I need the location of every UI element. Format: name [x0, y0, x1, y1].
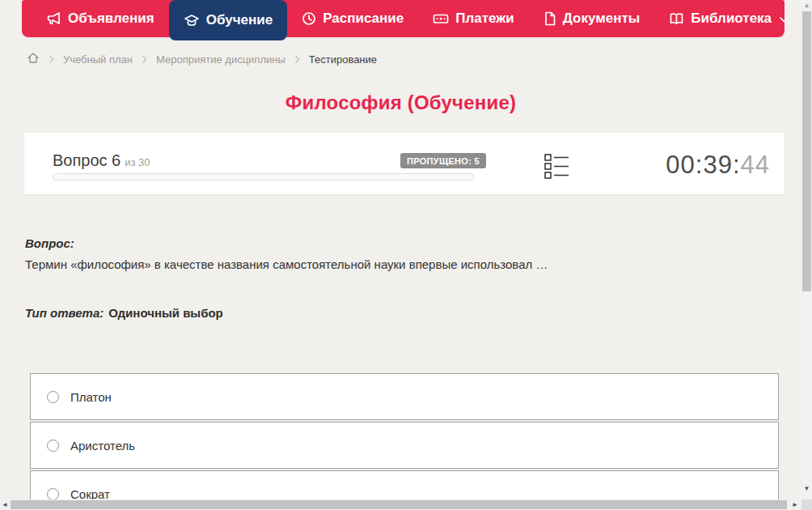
nav-tab-learning[interactable]: Обучение — [169, 0, 287, 40]
question-text: Термин «философия» в качестве названия с… — [25, 257, 753, 271]
timer: 00:39:44 — [666, 151, 770, 180]
home-icon[interactable] — [27, 52, 40, 66]
radio-button[interactable] — [47, 488, 59, 500]
answer-option-platon[interactable]: Платон — [30, 373, 779, 420]
quiz-page: Объявления Обучение Расписание Платежи — [0, 0, 812, 510]
answer-type-value: Одиночный выбор — [108, 306, 222, 320]
option-label: Платон — [70, 390, 112, 404]
nav-tab-library[interactable]: Библиотека — [654, 0, 801, 37]
timer-minutes: 00:39: — [666, 151, 740, 179]
answer-options: Платон Аристотель Сократ — [30, 373, 779, 499]
scroll-down-icon[interactable]: ▼ — [801, 484, 812, 494]
main-navbar: Объявления Обучение Расписание Платежи — [22, 0, 785, 37]
horizontal-scrollbar-thumb[interactable] — [11, 500, 787, 509]
nav-tab-label: Объявления — [68, 11, 154, 27]
skipped-badge: ПРОПУЩЕНО: 5 — [400, 153, 486, 168]
answer-type-label: Тип ответа: — [25, 306, 104, 320]
page-content: Объявления Обучение Расписание Платежи — [0, 0, 801, 499]
question-heading: Вопрос: — [25, 236, 74, 250]
answer-type: Тип ответа:Одиночный выбор — [25, 306, 223, 320]
progress-bar — [53, 173, 475, 181]
clock-icon — [302, 11, 316, 26]
nav-tab-label: Библиотека — [691, 11, 772, 27]
nav-tab-label: Обучение — [206, 12, 273, 28]
breadcrumb: Учебный план Мероприятие дисциплины Тест… — [27, 48, 377, 70]
document-icon — [543, 11, 556, 26]
scroll-right-icon[interactable]: ► — [790, 499, 800, 510]
answer-option-aristotel[interactable]: Аристотель — [30, 422, 779, 469]
question-header-panel: Вопрос 6из 30 ПРОПУЩЕНО: 5 00:39:44 — [24, 133, 785, 194]
graduation-cap-icon — [184, 13, 200, 28]
nav-tab-label: Документы — [563, 11, 641, 27]
question-list-icon[interactable] — [544, 153, 570, 181]
scrollbar-corner — [801, 499, 812, 510]
option-label: Сократ — [70, 487, 110, 500]
breadcrumb-item-curriculum[interactable]: Учебный план — [63, 53, 133, 66]
nav-tab-label: Расписание — [323, 11, 404, 27]
megaphone-icon — [46, 11, 61, 26]
breadcrumb-item-testing: Тестирование — [309, 53, 377, 66]
vertical-scrollbar[interactable]: ▲ ▼ — [801, 0, 812, 499]
horizontal-scrollbar[interactable]: ◄ ► — [0, 499, 801, 510]
page-title: Философия (Обучение) — [0, 91, 801, 114]
breadcrumb-separator-icon — [142, 55, 147, 64]
breadcrumb-separator-icon — [49, 55, 54, 64]
nav-tab-payments[interactable]: Платежи — [418, 0, 529, 37]
nav-tab-documents[interactable]: Документы — [529, 0, 655, 37]
payments-icon — [433, 11, 449, 26]
radio-button[interactable] — [47, 391, 59, 403]
breadcrumb-item-discipline-event[interactable]: Мероприятие дисциплины — [156, 53, 285, 66]
question-number: Вопрос 6из 30 — [53, 151, 150, 170]
book-icon — [669, 11, 684, 26]
nav-tab-label: Платежи — [455, 11, 514, 27]
scroll-up-icon[interactable]: ▲ — [801, 1, 812, 11]
breadcrumb-separator-icon — [294, 55, 300, 64]
radio-button[interactable] — [47, 440, 59, 452]
timer-seconds: 44 — [741, 151, 770, 179]
vertical-scrollbar-thumb[interactable] — [802, 11, 811, 291]
nav-tab-schedule[interactable]: Расписание — [287, 0, 418, 37]
scroll-left-icon[interactable]: ◄ — [0, 499, 10, 510]
option-label: Аристотель — [70, 439, 135, 453]
question-total: из 30 — [125, 156, 150, 168]
nav-tab-announcements[interactable]: Объявления — [32, 0, 169, 37]
answer-option-sokrat[interactable]: Сократ — [30, 470, 779, 499]
chevron-down-icon — [780, 17, 789, 23]
